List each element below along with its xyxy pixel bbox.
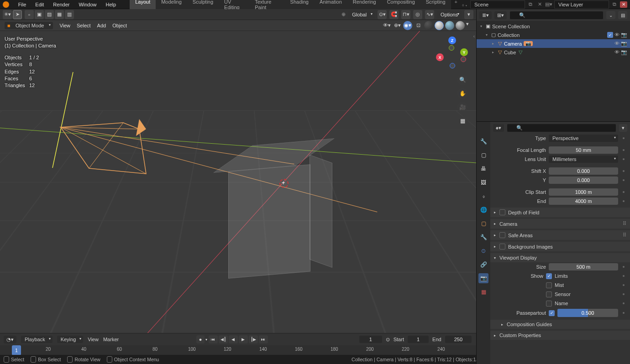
file-menu[interactable]: File [14, 1, 31, 8]
scene-browse-icon[interactable]: ⬨▾ [461, 1, 468, 8]
outliner-filter-button[interactable]: ⌄ [606, 11, 615, 19]
shading-solid[interactable] [435, 21, 444, 30]
new-scene-icon[interactable]: ⧉ [527, 1, 534, 8]
scene-props-tab[interactable]: ⬨ [478, 191, 488, 201]
object-props-tab[interactable]: ▢ [478, 218, 488, 229]
timeline-view-menu[interactable]: View [88, 337, 99, 342]
transform-orientation-dropdown[interactable]: Global [348, 11, 375, 18]
constraint-props-tab[interactable]: 🔗 [478, 260, 488, 270]
anim-dot[interactable] [623, 266, 625, 268]
end-frame-input[interactable]: 250 [445, 336, 472, 343]
cube-row[interactable]: ▸▽Cube ▽ 👁📷 [477, 48, 630, 57]
render-icon[interactable]: 📷 [621, 32, 627, 38]
new-viewlayer-icon[interactable]: ⧉ [611, 1, 618, 8]
dof-toggle[interactable] [499, 209, 505, 215]
play-reverse-button[interactable]: ◀ [229, 335, 238, 343]
lens-type-dropdown[interactable]: Perspective [549, 135, 618, 142]
shift-y-input[interactable]: 0.000 [549, 177, 618, 184]
render-menu[interactable]: Render [48, 1, 74, 8]
options-dropdown[interactable]: Options [437, 11, 462, 18]
snap-dropdown[interactable]: ⊓▾ [401, 10, 410, 19]
help-menu[interactable]: Help [101, 1, 121, 8]
gizmo-z-axis[interactable]: Z [448, 36, 456, 44]
playback-dropdown[interactable]: Playback [21, 336, 52, 343]
keying-dropdown[interactable]: Keying [57, 336, 84, 343]
viewlayer-browse-icon[interactable]: ▤▾ [545, 1, 552, 8]
gizmo-y-axis[interactable]: Y [460, 48, 468, 56]
gizmo-x-axis[interactable]: X [436, 53, 444, 61]
physics-props-tab[interactable]: ⊙ [478, 246, 488, 256]
shading-wireframe[interactable] [424, 21, 433, 30]
render-icon[interactable]: 📷 [621, 41, 627, 47]
outliner-search-input[interactable]: 🔍 [509, 11, 604, 20]
view-menu[interactable]: View [59, 23, 70, 28]
dof-panel-header[interactable]: ▸Depth of Field [490, 208, 630, 217]
focal-length-input[interactable]: 50 mm [549, 146, 618, 154]
tool-props-tab[interactable]: 🔧 [478, 136, 488, 146]
bgimages-toggle[interactable] [499, 244, 505, 250]
start-frame-input[interactable]: 1 [408, 336, 429, 343]
viewport-toolbar-collapse-icon[interactable]: ‹ [473, 34, 475, 39]
jump-start-button[interactable]: ⏮ [209, 335, 218, 343]
properties-options-icon[interactable]: ▾ [619, 124, 627, 132]
select-invert-icon[interactable]: ▥ [65, 10, 74, 19]
select-intersect-icon[interactable]: ▦ [55, 10, 64, 19]
outliner-editor-type-dropdown[interactable]: ≣▾ [479, 11, 492, 19]
collection-row[interactable]: ▾▢Collection ✓👁📷 [477, 31, 630, 39]
autokey-dropdown[interactable]: ▾ [205, 338, 207, 342]
autokey-toggle[interactable]: ● [196, 335, 205, 343]
proportional-edit-toggle[interactable]: ◎ [413, 10, 422, 19]
editor-type-button[interactable]: ✳▾ [3, 10, 12, 19]
passepartout-slider[interactable]: 0.500 [557, 309, 618, 317]
properties-search-input[interactable]: 🔍 [507, 124, 616, 132]
anim-dot[interactable] [623, 191, 625, 193]
current-frame-input[interactable]: 1 [359, 336, 382, 343]
render-props-tab[interactable]: ▢ [478, 150, 488, 160]
add-menu[interactable]: Add [97, 23, 106, 28]
camera-row[interactable]: ▸▽Camera 📷 👁📷 [477, 39, 630, 48]
shading-rendered[interactable] [456, 21, 465, 30]
delete-scene-icon[interactable]: ✕ [536, 1, 543, 8]
3d-viewport[interactable]: User Perspective (1) Collection | Camera… [0, 31, 476, 333]
play-button[interactable]: ▶ [239, 335, 248, 343]
panel-options-icon[interactable]: ⠿ [623, 221, 626, 227]
checkbox-icon[interactable]: ✓ [607, 32, 613, 38]
passepartout-checkbox[interactable]: ✓ [549, 310, 555, 316]
select-extend-icon[interactable]: ▣ [35, 10, 44, 19]
timeline-ruler[interactable]: 1 20 40 60 80 100 120 140 160 180 200 22… [0, 345, 476, 355]
select-menu[interactable]: Select [77, 23, 91, 28]
pivot-point-dropdown[interactable]: ⊙▾ [378, 10, 387, 19]
viewlayer-props-tab[interactable]: 🖼 [478, 177, 488, 187]
safeareas-toggle[interactable] [499, 232, 505, 238]
properties-pin-icon[interactable]: ♠▾ [493, 124, 504, 132]
output-props-tab[interactable]: 🖶 [478, 164, 488, 174]
select-new-icon[interactable]: ▫ [25, 10, 34, 19]
keyframe-prev-button[interactable]: ◀┃ [219, 335, 228, 343]
camera-view-icon[interactable]: 🎥 [457, 102, 468, 113]
anim-dot[interactable] [623, 302, 625, 304]
gizmo-toggle[interactable]: ⊕▾ [393, 21, 402, 30]
jump-end-button[interactable]: ⏭ [259, 335, 268, 343]
viewlayer-name-input[interactable] [554, 0, 609, 9]
snap-toggle[interactable]: 🧲 [389, 10, 399, 19]
anim-dot[interactable] [623, 158, 625, 160]
sensor-checkbox[interactable] [546, 291, 552, 297]
playhead[interactable]: 1 [12, 345, 21, 355]
safeareas-panel-header[interactable]: ▸Safe Areas⠿ [490, 230, 630, 240]
render-icon[interactable]: 📷 [621, 49, 627, 55]
camera-panel-header[interactable]: ▸Camera⠿ [490, 219, 630, 229]
overlays-toggle[interactable]: ◉▾ [403, 21, 412, 30]
size-input[interactable]: 500 m [549, 263, 618, 270]
mist-checkbox[interactable] [546, 282, 552, 288]
anim-dot[interactable] [623, 275, 625, 277]
delete-viewlayer-icon[interactable]: ✕ [620, 1, 627, 8]
panel-options-icon[interactable]: ⠿ [623, 232, 626, 238]
world-props-tab[interactable]: 🌐 [478, 205, 488, 215]
limits-checkbox[interactable]: ✓ [546, 273, 552, 279]
window-menu[interactable]: Window [74, 1, 101, 8]
zoom-icon[interactable]: 🔍 [457, 74, 468, 85]
texture-props-tab[interactable]: ▦ [478, 287, 488, 297]
customprops-panel-header[interactable]: ▸Custom Properties [490, 331, 630, 340]
anim-dot[interactable] [623, 312, 625, 314]
gizmo-neg-y-axis[interactable] [449, 45, 454, 51]
